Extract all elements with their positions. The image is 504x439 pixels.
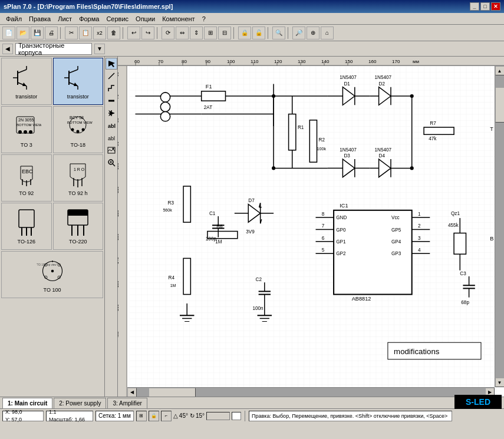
- menu-sheet[interactable]: Лист: [54, 14, 75, 24]
- mirror-h-button[interactable]: ⇔: [176, 27, 189, 39]
- comp-transistor-5[interactable]: EBC TO 92: [1, 154, 52, 202]
- tool-cross[interactable]: [106, 107, 117, 119]
- grid-label: Сетка: 1 мм: [98, 412, 131, 419]
- print-button[interactable]: 🖨: [45, 27, 58, 39]
- menu-component[interactable]: Компонент: [159, 14, 198, 24]
- window-controls[interactable]: _ □ ✕: [470, 2, 500, 11]
- vscroll[interactable]: ▲ ▼: [495, 66, 504, 387]
- tool-wire[interactable]: [106, 82, 117, 94]
- svg-text:170: 170: [392, 59, 400, 64]
- scroll-down-button[interactable]: ▼: [495, 378, 505, 387]
- tool-line[interactable]: [106, 70, 117, 82]
- svg-text:120: 120: [118, 210, 119, 217]
- canvas-content[interactable]: F1 2AT D1 1N5407: [127, 66, 504, 397]
- wire-icon[interactable]: ⌐: [161, 411, 172, 421]
- tool-label[interactable]: abl: [106, 120, 117, 131]
- comp-transistor-4[interactable]: BCY 58 BOTTOM VIEW TO-18: [53, 106, 104, 153]
- unlock-button[interactable]: 🔓: [252, 27, 265, 39]
- svg-point-23: [71, 128, 74, 131]
- canvas-area[interactable]: 60 70 80 90 100 110 120 130 140 150 160 …: [118, 57, 504, 397]
- vscroll-thumb[interactable]: [495, 87, 505, 123]
- tool-bus[interactable]: [106, 95, 117, 107]
- hscroll-thumb[interactable]: [149, 388, 196, 397]
- copy-button[interactable]: 📋: [79, 27, 92, 39]
- snap-icon[interactable]: 🔒: [149, 411, 159, 421]
- comp-transistor-8[interactable]: TO-220: [53, 203, 104, 250]
- delete-button[interactable]: 🗑: [107, 27, 120, 39]
- menu-edit[interactable]: Правка: [25, 14, 54, 24]
- svg-line-1: [18, 70, 27, 73]
- svg-text:2AT: 2AT: [204, 105, 212, 110]
- paste-button[interactable]: x2: [93, 27, 106, 39]
- minimize-button[interactable]: _: [470, 2, 479, 11]
- comp-transistor-6[interactable]: 1 R O TO 92 h: [53, 154, 104, 202]
- scroll-up-button[interactable]: ▲: [495, 66, 505, 75]
- menu-help[interactable]: ?: [199, 14, 209, 24]
- search-button[interactable]: 🔍: [272, 27, 285, 39]
- tab-amplifier[interactable]: 3: Amplifier: [107, 398, 147, 408]
- svg-point-24: [77, 130, 80, 133]
- separator2: [123, 27, 125, 39]
- svg-text:110: 110: [251, 59, 259, 64]
- svg-line-8: [69, 70, 78, 73]
- svg-text:80: 80: [182, 59, 187, 64]
- comp-transistor-7[interactable]: TO-126: [1, 203, 52, 250]
- open-button[interactable]: 📂: [17, 27, 29, 39]
- scroll-left-button[interactable]: ◀: [127, 388, 137, 397]
- line-style[interactable]: [206, 412, 230, 420]
- lock-button[interactable]: 🔒: [238, 27, 251, 39]
- zoom-button[interactable]: ⊕: [307, 27, 319, 39]
- svg-text:1M: 1M: [170, 283, 176, 288]
- tab-power-supply[interactable]: 2: Power supply: [54, 398, 106, 408]
- tool-select[interactable]: [106, 58, 117, 70]
- save-button[interactable]: 💾: [31, 27, 44, 39]
- hscroll[interactable]: ◀ ▶: [127, 387, 495, 397]
- ungroup-button[interactable]: ⊟: [218, 27, 231, 39]
- svg-point-17: [18, 130, 22, 134]
- cut-button[interactable]: ✂: [65, 27, 78, 39]
- svg-text:160: 160: [118, 304, 119, 311]
- svg-text:130: 130: [118, 233, 119, 240]
- tool-image[interactable]: [106, 144, 117, 156]
- hscroll-track[interactable]: [137, 388, 485, 397]
- menu-options[interactable]: Опции: [132, 14, 159, 24]
- svg-text:47k: 47k: [429, 136, 437, 141]
- comp-transistor-1[interactable]: transistor: [1, 58, 52, 105]
- svg-text:R1: R1: [298, 125, 304, 130]
- transistor-symbol-2: [60, 63, 95, 93]
- svg-text:2N 3055: 2N 3055: [18, 118, 34, 122]
- comp-transistor-3[interactable]: 2N 3055 BOTTOM VIEW TO 3: [1, 106, 52, 153]
- tool-zoom[interactable]: [106, 157, 117, 169]
- comp-transistor-9[interactable]: 'TO 100 top view' TO 100: [1, 251, 103, 298]
- group-button[interactable]: ⊞: [204, 27, 217, 39]
- mirror-v-button[interactable]: ⇕: [190, 27, 203, 39]
- svg-text:Qz1: Qz1: [451, 211, 460, 216]
- svg-text:GP1: GP1: [336, 239, 346, 245]
- comp-prev-button[interactable]: ◀: [2, 44, 13, 54]
- undo-button[interactable]: ↩: [127, 27, 140, 39]
- svg-text:D4: D4: [379, 153, 386, 159]
- comp-transistor-2[interactable]: transistor: [53, 58, 104, 105]
- new-button[interactable]: 📄: [2, 27, 15, 39]
- svg-text:160: 160: [368, 59, 377, 64]
- redo-button[interactable]: ↪: [141, 27, 154, 39]
- svg-point-233: [410, 166, 414, 170]
- maximize-button[interactable]: □: [480, 2, 490, 11]
- home-button[interactable]: ⌂: [321, 27, 334, 39]
- menu-file[interactable]: Файл: [2, 14, 25, 24]
- comp-transistor-1-label: transistor: [15, 94, 37, 100]
- angle1-label: 45°: [179, 412, 188, 419]
- tab-main-circuit[interactable]: 1: Main circuit: [2, 398, 52, 408]
- line-end[interactable]: [232, 412, 241, 420]
- tool-text[interactable]: abl: [106, 132, 117, 144]
- menu-service[interactable]: Сервис: [103, 14, 132, 24]
- vscroll-track[interactable]: [495, 75, 505, 378]
- component-selector[interactable]: Транзисторные корпуса: [15, 43, 92, 55]
- menu-form[interactable]: Форма: [75, 14, 103, 24]
- comp-next-button[interactable]: ▼: [94, 44, 105, 54]
- svg-point-60: [112, 148, 114, 150]
- rotate-button[interactable]: ⟳: [162, 27, 174, 39]
- close-button[interactable]: ✕: [491, 2, 500, 11]
- grid-icon[interactable]: ⊞: [136, 411, 147, 421]
- zoom-in-button[interactable]: 🔎: [292, 27, 305, 39]
